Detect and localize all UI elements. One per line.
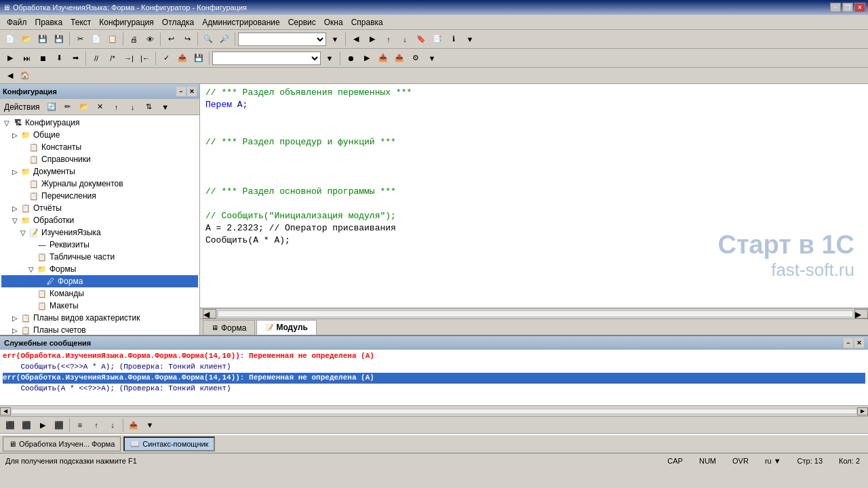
tree-item-requisites[interactable]: ▷ — Реквизиты <box>1 239 198 251</box>
tree-item-reports[interactable]: ▷ 📋 Отчёты <box>1 202 198 214</box>
comment-button[interactable]: // <box>89 51 104 66</box>
msg-tool-3[interactable]: ▶ <box>35 418 50 432</box>
messages-collapse-button[interactable]: − <box>844 338 853 348</box>
actions-label[interactable]: Действия <box>1 102 43 112</box>
run2-button[interactable]: ⏭ <box>19 51 34 66</box>
extra-button[interactable]: ⚙ <box>408 51 423 66</box>
bookmark-button[interactable]: 🔖 <box>414 32 429 47</box>
menu-text[interactable]: Текст <box>66 16 95 28</box>
record-button[interactable]: ⏺ <box>343 51 358 66</box>
minimize-button[interactable]: − <box>830 3 841 12</box>
redo-button[interactable]: ↪ <box>180 32 195 47</box>
messages-close-button[interactable]: ✕ <box>854 338 864 348</box>
step-over-button[interactable]: ➡ <box>68 51 83 66</box>
tree-item-plan-accounts[interactable]: ▷ 📋 Планы счетов <box>1 324 198 335</box>
copy-button[interactable]: 📄 <box>89 32 104 47</box>
msg-hscroll-left[interactable]: ◀ <box>0 407 11 415</box>
msg-tool-5[interactable]: ≡ <box>73 418 87 432</box>
status-lang[interactable]: ru ▼ <box>762 457 784 465</box>
tree-refresh-button[interactable]: 🔄 <box>44 100 59 115</box>
new-button[interactable]: 📄 <box>3 32 18 47</box>
addr-home-button[interactable]: 🏠 <box>18 68 33 83</box>
nav-fwd-button[interactable]: ▶ <box>365 32 380 47</box>
play-button[interactable]: ▶ <box>359 51 374 66</box>
uncomment-button[interactable]: /* <box>105 51 120 66</box>
msg-hscroll-track[interactable] <box>11 409 857 414</box>
tree-sort-button[interactable]: ⇅ <box>142 100 157 115</box>
info-drop-button[interactable]: ▼ <box>462 32 477 47</box>
tree-item-configuration[interactable]: ▽ 🏗 Конфигурация <box>1 117 198 129</box>
restore-button[interactable]: ❐ <box>842 3 853 12</box>
tree-item-handlers[interactable]: ▽ 📁 Обработки <box>1 214 198 226</box>
tree-item-templates[interactable]: ▷ 📋 Макеты <box>1 300 198 312</box>
tree-item-plan-charact[interactable]: ▷ 📋 Планы видов характеристик <box>1 312 198 324</box>
combo2-drop-button[interactable]: ▼ <box>322 51 337 66</box>
panel-collapse-button[interactable]: − <box>176 87 186 96</box>
info-button[interactable]: ℹ <box>446 32 461 47</box>
tree-up-button[interactable]: ↑ <box>109 100 124 115</box>
tree-item-izuchenie[interactable]: ▽ 📝 ИзученияЯзыка <box>1 226 198 239</box>
menu-service[interactable]: Сервис <box>284 16 320 28</box>
load-button[interactable]: 📥 <box>376 51 391 66</box>
msg-hscroll-right[interactable]: ▶ <box>857 407 868 415</box>
msg-tool-1[interactable]: ⬛ <box>3 418 18 432</box>
print-button[interactable]: 🖨 <box>126 32 141 47</box>
run-button[interactable]: ▶ <box>3 51 18 66</box>
hscroll-right-button[interactable]: ▶ <box>854 309 868 319</box>
tab-module[interactable]: 📝 Модуль <box>256 320 316 335</box>
messages-hscroll[interactable]: ◀ ▶ <box>0 405 868 416</box>
hscroll-track[interactable] <box>218 310 853 317</box>
extra-drop[interactable]: ▼ <box>425 51 439 66</box>
save2-button[interactable]: 💾 <box>191 51 206 66</box>
panel-close-button[interactable]: ✕ <box>187 87 197 96</box>
tree-delete-button[interactable]: ✕ <box>93 100 108 115</box>
menu-windows[interactable]: Окна <box>320 16 347 28</box>
send-button[interactable]: 📤 <box>175 51 190 66</box>
tree-item-doc-journals[interactable]: ▷ 📋 Журналы документов <box>1 178 198 190</box>
cut-button[interactable]: ✂ <box>73 32 87 47</box>
menu-admin[interactable]: Администрирование <box>198 16 283 28</box>
msg-tool-8[interactable]: 📤 <box>126 418 141 432</box>
tree-item-forma[interactable]: ▷ 🖊 Форма <box>1 275 198 287</box>
taskbar-item-2[interactable]: 📖 Синтакс-помощник <box>123 436 215 451</box>
hscroll-left-button[interactable]: ◀ <box>203 309 216 319</box>
nav-back-button[interactable]: ◀ <box>349 32 363 47</box>
tree-item-table-parts[interactable]: ▷ 📋 Табличные части <box>1 251 198 263</box>
menu-file[interactable]: Файл <box>3 16 31 28</box>
tree-item-commands[interactable]: ▷ 📋 Команды <box>1 287 198 300</box>
combo-drop-button[interactable]: ▼ <box>328 32 342 47</box>
zoom-button[interactable]: 🔎 <box>217 32 232 47</box>
tree-item-constants[interactable]: ▷ 📋 Константы <box>1 141 198 153</box>
msg-tool-2[interactable]: ⬛ <box>19 418 34 432</box>
open-button[interactable]: 📂 <box>19 32 34 47</box>
save3-button[interactable]: 📤 <box>392 51 407 66</box>
code-area[interactable]: // *** Раздел объявления переменных *** … <box>200 84 868 308</box>
tree-down-button[interactable]: ↓ <box>125 100 140 115</box>
menu-config[interactable]: Конфигурация <box>95 16 158 28</box>
tree-item-enums[interactable]: ▷ 📋 Перечисления <box>1 190 198 202</box>
nav-next-button[interactable]: ↓ <box>397 32 412 47</box>
bookmark-list-button[interactable]: 📑 <box>430 32 445 47</box>
syntax-check-button[interactable]: ✓ <box>159 51 174 66</box>
nav-prev-button[interactable]: ↑ <box>381 32 396 47</box>
menu-debug[interactable]: Отладка <box>158 16 198 28</box>
tree-item-forms[interactable]: ▽ 📁 Формы <box>1 263 198 275</box>
tree-edit-button[interactable]: ✏ <box>60 100 75 115</box>
tree-filter-button[interactable]: ▼ <box>158 100 173 115</box>
paste-button[interactable]: 📋 <box>105 32 120 47</box>
step-into-button[interactable]: ⬇ <box>52 51 66 66</box>
indent-button[interactable]: →| <box>121 51 136 66</box>
menu-help[interactable]: Справка <box>347 16 387 28</box>
tab-forma[interactable]: 🖥 Форма <box>203 320 255 335</box>
save-all-button[interactable]: 💾 <box>52 32 66 47</box>
msg-tool-7[interactable]: ↓ <box>105 418 120 432</box>
undo-button[interactable]: ↩ <box>163 32 178 47</box>
msg-tool-4[interactable]: ⬛ <box>52 418 66 432</box>
tree-open-button[interactable]: 📂 <box>77 100 92 115</box>
messages-content[interactable]: err(Обработка.ИзученияЯзыка.Форма.Форма.… <box>0 350 868 405</box>
addr-back-button[interactable]: ◀ <box>3 68 18 83</box>
find-button[interactable]: 🔍 <box>201 32 216 47</box>
search-combo[interactable] <box>238 33 326 46</box>
tree-item-documents[interactable]: ▷ 📁 Документы <box>1 165 198 178</box>
preview-button[interactable]: 👁 <box>142 32 157 47</box>
